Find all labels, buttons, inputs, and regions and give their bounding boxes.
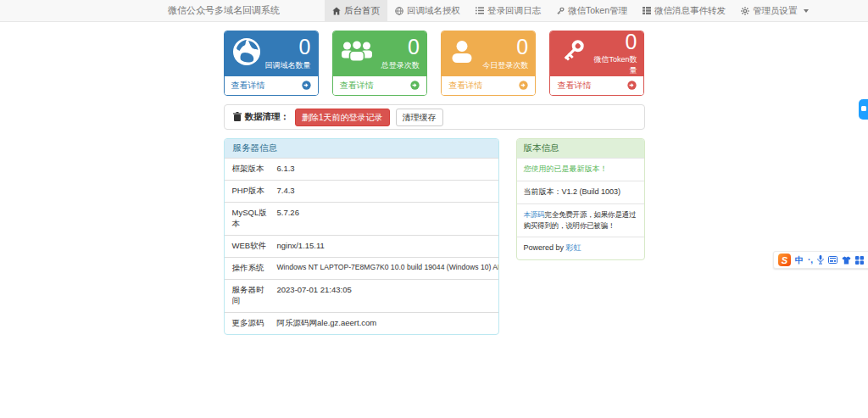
table-row: 更多源码 阿乐源码网ale.gz.aeert.com	[225, 312, 498, 334]
th-list-icon	[643, 7, 651, 14]
powered-by: Powered by 彩虹	[517, 237, 644, 259]
table-row: MySQL版本 5.7.26	[225, 202, 498, 235]
globe-icon	[395, 7, 403, 15]
microphone-icon[interactable]	[817, 255, 824, 265]
stat-card-today-logins: 0 今日登录次数 查看详情	[441, 31, 536, 96]
view-details-label: 查看详情	[231, 80, 265, 92]
stat-value: 0	[587, 31, 637, 53]
top-navbar: 微信公众号多域名回调系统 后台首页 回调域名授权 登录回调日志 微信Token管…	[0, 0, 868, 22]
row-value: Windows NT LAPTOP-7E8MG7K0 10.0 build 19…	[275, 258, 498, 279]
version-panel-title: 版本信息	[517, 139, 644, 158]
row-label: 操作系统	[225, 258, 275, 279]
stat-label: 今日登录次数	[482, 60, 528, 71]
nav-item-token-manage[interactable]: 微信Token管理	[548, 0, 635, 21]
stat-cards-row: 0 回调域名数量 查看详情 0 总登录次数 查看详情	[224, 31, 645, 96]
table-row: PHP版本 7.4.3	[225, 180, 498, 202]
arrow-circle-right-icon	[302, 81, 311, 92]
table-row: 操作系统 Windows NT LAPTOP-7E8MG7K0 10.0 bui…	[225, 257, 498, 279]
stat-label: 总登录次数	[381, 60, 420, 71]
globe-icon	[231, 36, 262, 70]
arrow-circle-right-icon	[410, 81, 420, 92]
row-label: WEB软件	[225, 236, 275, 257]
table-row: WEB软件 nginx/1.15.11	[225, 235, 498, 257]
stat-value: 0	[265, 36, 311, 58]
chat-icon	[861, 106, 866, 111]
nav-label: 回调域名授权	[407, 5, 460, 17]
nav-item-msg-forward[interactable]: 微信消息事件转发	[635, 0, 733, 21]
arrow-circle-right-icon	[627, 81, 637, 92]
nav-label: 登录回调日志	[487, 5, 541, 17]
stat-value: 0	[482, 36, 528, 58]
nav-label: 微信Token管理	[568, 5, 627, 17]
toolbox-grid-icon[interactable]	[855, 256, 864, 265]
row-label: 框架版本	[225, 159, 275, 180]
keyboard-icon[interactable]	[828, 256, 837, 264]
nav-item-dashboard[interactable]: 后台首页	[325, 0, 387, 21]
row-label: PHP版本	[225, 181, 275, 202]
row-label: 服务器时间	[225, 280, 275, 312]
main-nav: 后台首页 回调域名授权 登录回调日志 微信Token管理 微信消息事件转发 管理…	[325, 0, 816, 21]
server-info-panel: 服务器信息 框架版本 6.1.3 PHP版本 7.4.3 MySQL版本 5.7…	[224, 138, 499, 335]
row-value: 5.7.26	[275, 203, 498, 235]
nav-label: 管理员设置	[753, 5, 798, 17]
cleanup-label: 数据清理：	[245, 111, 290, 123]
table-row: 服务器时间 2023-07-01 21:43:05	[225, 279, 498, 312]
rainbow-link[interactable]: 彩虹	[566, 243, 581, 252]
view-details-link[interactable]: 查看详情	[225, 75, 318, 95]
view-details-label: 查看详情	[557, 80, 591, 92]
stat-label: 微信Token数量	[587, 54, 637, 76]
delete-old-logins-button[interactable]: 删除1天前的登录记录	[295, 109, 390, 126]
view-details-link[interactable]: 查看详情	[550, 75, 643, 95]
skin-icon[interactable]	[842, 256, 851, 265]
nav-item-domain-auth[interactable]: 回调域名授权	[387, 0, 468, 21]
stat-card-head: 0 今日登录次数	[442, 31, 535, 75]
ime-toolbar: S 中 ·,	[773, 251, 868, 269]
stat-card-head: 0 微信Token数量	[550, 31, 643, 75]
view-details-label: 查看详情	[340, 80, 374, 92]
chevron-down-icon	[804, 9, 809, 13]
version-info-panel: 版本信息 您使用的已是最新版本！ 当前版本：V1.2 (Build 1003) …	[516, 138, 645, 260]
users-icon	[340, 39, 374, 68]
home-icon	[332, 7, 341, 15]
row-value: 2023-07-01 21:43:05	[275, 280, 498, 312]
stat-card-head: 0 回调域名数量	[225, 31, 318, 75]
clear-cache-button[interactable]: 清理缓存	[396, 109, 443, 126]
trash-icon	[233, 112, 242, 123]
nav-label: 后台首页	[344, 5, 380, 17]
row-value: nginx/1.15.11	[275, 236, 498, 257]
ime-punctuation-toggle[interactable]: ·,	[808, 255, 813, 265]
list-icon	[476, 7, 484, 14]
latest-version-text: 您使用的已是最新版本！	[517, 158, 644, 181]
sogou-logo-icon[interactable]: S	[778, 254, 791, 266]
brand-title[interactable]: 微信公众号多域名回调系统	[168, 0, 280, 21]
gear-icon	[741, 7, 749, 15]
nav-item-login-log[interactable]: 登录回调日志	[468, 0, 548, 21]
nav-item-admin-settings[interactable]: 管理员设置	[733, 0, 816, 21]
cleanup-title: 数据清理：	[233, 111, 290, 123]
source-link[interactable]: 本源码	[524, 210, 545, 219]
user-icon	[448, 38, 476, 69]
key-icon	[557, 36, 587, 70]
powered-text: Powered by	[524, 243, 566, 252]
stat-card-head: 0 总登录次数	[333, 31, 426, 75]
open-source-notice: 本源码完全免费开源，如果你是通过购买得到的，说明你已被骗！	[517, 203, 644, 237]
row-value: 7.4.3	[275, 181, 498, 202]
stat-value: 0	[381, 36, 420, 58]
view-details-label: 查看详情	[448, 80, 482, 92]
row-label: 更多源码	[225, 313, 275, 334]
stat-card-tokens: 0 微信Token数量 查看详情	[549, 31, 644, 96]
data-cleanup-panel: 数据清理： 删除1天前的登录记录 清理缓存	[224, 104, 645, 130]
stat-label: 回调域名数量	[265, 60, 311, 71]
row-label: MySQL版本	[225, 203, 275, 235]
arrow-circle-right-icon	[519, 81, 528, 92]
row-value: 6.1.3	[275, 159, 498, 180]
key-icon	[556, 7, 565, 15]
server-panel-title: 服务器信息	[225, 139, 498, 158]
current-version-text: 当前版本：V1.2 (Build 1003)	[517, 181, 644, 203]
table-row: 框架版本 6.1.3	[225, 158, 498, 180]
view-details-link[interactable]: 查看详情	[333, 75, 426, 95]
stat-card-total-logins: 0 总登录次数 查看详情	[332, 31, 427, 96]
view-details-link[interactable]: 查看详情	[442, 75, 535, 95]
floating-service-button[interactable]	[859, 99, 868, 120]
ime-mode-toggle[interactable]: 中	[795, 254, 804, 266]
